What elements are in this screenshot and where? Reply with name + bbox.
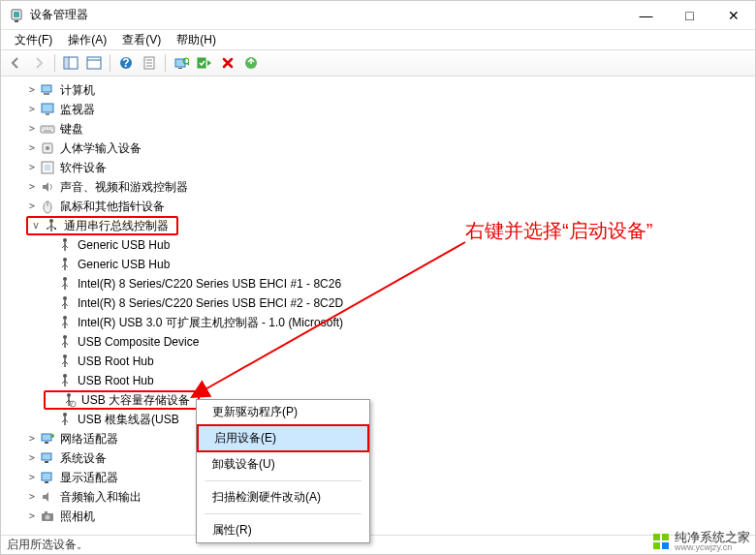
tree-item-label[interactable]: 人体学输入设备	[58, 139, 143, 158]
usb-icon	[57, 257, 73, 272]
show-hide-tree-button[interactable]	[60, 52, 81, 74]
tree-item-label[interactable]: USB 根集线器(USB	[76, 410, 181, 429]
device-manager-icon	[9, 8, 24, 23]
tree-item-label[interactable]: 鼠标和其他指针设备	[58, 197, 167, 216]
svg-point-50	[63, 277, 67, 281]
disable-button[interactable]	[217, 52, 238, 74]
tree-item-label[interactable]: 通用串行总线控制器	[62, 216, 171, 235]
svg-rect-15	[178, 68, 182, 69]
tree-item-label[interactable]: 监视器	[58, 100, 97, 119]
tree-item-label[interactable]: 声音、视频和游戏控制器	[58, 177, 190, 197]
tree-item-label[interactable]: Intel(R) 8 Series/C220 Series USB EHCI #…	[76, 293, 345, 313]
expander-icon[interactable]: >	[26, 100, 38, 119]
tree-item-label[interactable]: 音频输入和输出	[58, 487, 143, 507]
monitor-icon	[40, 102, 55, 117]
tree-item-label[interactable]: 键盘	[58, 119, 85, 139]
toolbar: ?	[1, 49, 755, 77]
tree-item-label[interactable]: 显示适配器	[58, 468, 120, 487]
svg-point-62	[63, 335, 67, 339]
network-icon	[40, 431, 55, 447]
device-tree[interactable]: >计算机 >监视器 >键盘 >人体学输入设备 >软件设备 >声音、视频和游戏控制…	[1, 77, 755, 535]
minimize-button[interactable]: —	[624, 1, 668, 29]
statusbar: 启用所选设备。	[1, 535, 755, 554]
usb-icon	[57, 295, 73, 311]
svg-point-78	[70, 401, 76, 407]
scan-hardware-button[interactable]	[171, 52, 192, 74]
expander-icon[interactable]: >	[26, 507, 38, 526]
forward-button[interactable]	[28, 52, 49, 74]
svg-point-91	[46, 515, 50, 520]
svg-point-54	[63, 296, 67, 300]
maximize-button[interactable]: □	[668, 1, 711, 29]
mouse-icon	[40, 199, 55, 214]
tree-item-label[interactable]: 网络适配器	[58, 429, 120, 448]
show-pane-button[interactable]	[83, 52, 105, 74]
expander-icon[interactable]: >	[26, 139, 38, 158]
audio-io-icon	[40, 489, 55, 505]
expander-icon[interactable]: >	[26, 177, 38, 197]
ctx-scan-hardware[interactable]: 扫描检测硬件改动(A)	[197, 485, 369, 509]
tree-item-label[interactable]: Generic USB Hub	[76, 235, 172, 255]
usb-icon	[57, 412, 73, 427]
expander-icon[interactable]: >	[26, 80, 38, 100]
tree-item-label[interactable]: 系统设备	[58, 448, 109, 468]
svg-rect-18	[198, 58, 205, 68]
expander-icon[interactable]: >	[26, 197, 38, 216]
svg-rect-92	[45, 511, 47, 513]
tree-item-label[interactable]: USB 大容量存储设备	[79, 390, 192, 410]
svg-point-70	[63, 374, 67, 378]
svg-rect-5	[65, 58, 68, 68]
menu-view[interactable]: 查看(V)	[114, 30, 169, 50]
expander-icon[interactable]: >	[26, 119, 38, 139]
menu-action[interactable]: 操作(A)	[60, 30, 114, 50]
expander-icon[interactable]: >	[26, 158, 38, 177]
svg-point-36	[49, 219, 53, 223]
svg-rect-84	[45, 442, 48, 444]
tree-item-label[interactable]: 计算机	[58, 80, 97, 100]
ctx-uninstall-device[interactable]: 卸载设备(U)	[197, 452, 369, 477]
hid-icon	[40, 140, 55, 156]
properties-button[interactable]	[139, 52, 160, 74]
expander-icon[interactable]: v	[30, 216, 42, 235]
watermark-logo-icon	[651, 532, 671, 551]
menu-help[interactable]: 帮助(H)	[169, 30, 224, 50]
tree-item-label[interactable]: 软件设备	[58, 158, 109, 177]
expander-icon[interactable]: >	[26, 429, 38, 448]
svg-text:?: ?	[122, 56, 129, 70]
window-title: 设备管理器	[30, 7, 624, 23]
svg-point-31	[46, 146, 49, 150]
close-button[interactable]: ✕	[711, 1, 755, 29]
tree-item-label[interactable]: Intel(R) 8 Series/C220 Series USB EHCI #…	[76, 274, 343, 293]
ctx-properties[interactable]: 属性(R)	[197, 518, 369, 542]
menu-file[interactable]: 文件(F)	[7, 30, 60, 50]
svg-rect-86	[42, 453, 51, 460]
svg-rect-97	[662, 542, 669, 549]
svg-line-17	[187, 63, 189, 65]
statusbar-text: 启用所选设备。	[7, 537, 88, 553]
help-button[interactable]: ?	[115, 52, 137, 74]
expander-icon[interactable]: >	[26, 468, 38, 487]
tree-item-label[interactable]: USB Composite Device	[76, 332, 201, 352]
keyboard-icon	[40, 121, 55, 137]
expander-icon[interactable]: >	[26, 448, 38, 468]
system-device-icon	[40, 450, 55, 466]
enable-button[interactable]	[194, 52, 215, 74]
tree-item-label[interactable]: 照相机	[58, 507, 97, 526]
tree-item-label[interactable]: USB Root Hub	[76, 371, 156, 390]
ctx-enable-device[interactable]: 启用设备(E)	[197, 424, 369, 452]
watermark-url: www.ycwjzy.cn	[675, 543, 750, 552]
svg-rect-83	[42, 434, 51, 441]
svg-rect-24	[41, 126, 54, 133]
expander-icon[interactable]: >	[26, 487, 38, 507]
tree-item-label[interactable]: USB Root Hub	[76, 352, 156, 371]
ctx-separator	[205, 513, 362, 514]
back-button[interactable]	[5, 52, 26, 74]
svg-rect-21	[44, 93, 49, 95]
computer-icon	[40, 82, 55, 98]
update-driver-button[interactable]	[240, 52, 262, 74]
tree-item-label[interactable]: Generic USB Hub	[76, 255, 172, 274]
tree-item-label[interactable]: Intel(R) USB 3.0 可扩展主机控制器 - 1.0 (Microso…	[76, 313, 345, 332]
svg-point-79	[63, 413, 67, 416]
svg-rect-96	[653, 542, 660, 549]
ctx-update-driver[interactable]: 更新驱动程序(P)	[197, 400, 369, 424]
